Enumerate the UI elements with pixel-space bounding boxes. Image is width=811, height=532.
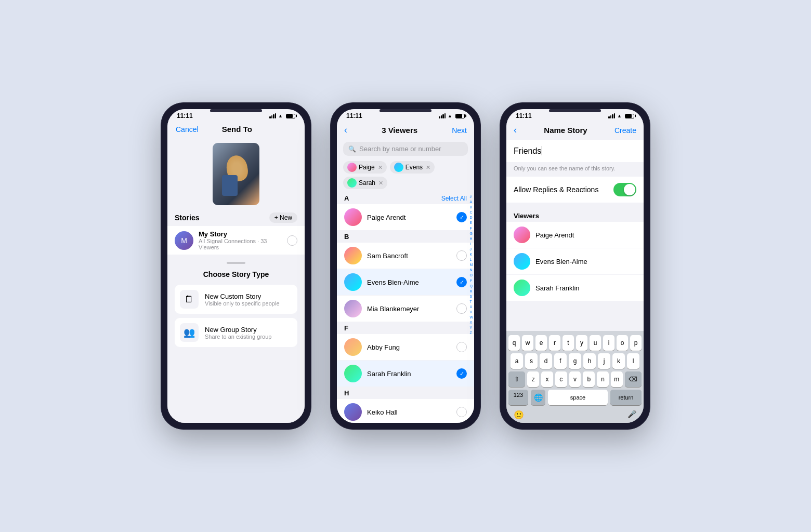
key-c[interactable]: c	[555, 371, 567, 387]
key-w[interactable]: w	[522, 335, 533, 351]
key-t[interactable]: t	[563, 335, 574, 351]
chip-evens-remove[interactable]: ✕	[426, 164, 430, 171]
group-story-text: New Group Story Share to an existing gro…	[205, 326, 271, 340]
key-e[interactable]: e	[535, 335, 547, 351]
allow-replies-row[interactable]: Allow Replies & Reactions	[506, 177, 644, 203]
my-story-radio[interactable]	[287, 235, 297, 246]
phone-1: 11:11 ▲ Cancel Send To	[161, 102, 311, 430]
evens-check[interactable]: ✓	[456, 277, 467, 287]
back-button[interactable]: ‹	[514, 125, 517, 136]
chip-evens[interactable]: Evens ✕	[390, 161, 435, 174]
contact-row-sarahf[interactable]: Sarah Franklin ✓	[337, 361, 474, 387]
key-a[interactable]: a	[511, 353, 523, 369]
key-o[interactable]: o	[617, 335, 628, 351]
wifi-icon: ▲	[278, 113, 283, 118]
keiko-avatar	[344, 403, 362, 421]
key-f[interactable]: f	[554, 353, 567, 369]
contact-row-mia[interactable]: Mia Blankemeyer	[337, 296, 474, 322]
new-story-button[interactable]: + New	[269, 212, 297, 223]
sam-check[interactable]	[456, 250, 467, 261]
key-z[interactable]: z	[527, 371, 539, 387]
keiko-check[interactable]	[456, 407, 467, 417]
key-k[interactable]: k	[612, 353, 625, 369]
cancel-button[interactable]: Cancel	[176, 125, 199, 134]
sarahf-check[interactable]: ✓	[456, 368, 467, 379]
numbers-key[interactable]: 123	[508, 390, 528, 405]
name-input[interactable]: Friends	[514, 146, 636, 156]
key-l[interactable]: l	[627, 353, 639, 369]
key-h[interactable]: h	[583, 353, 596, 369]
signal-bars-icon	[269, 113, 276, 118]
key-u[interactable]: u	[590, 335, 601, 351]
phone-1-notch	[210, 109, 262, 112]
custom-story-title: New Custom Story	[205, 292, 280, 300]
select-all-button[interactable]: Select All	[441, 195, 467, 202]
contact-row-paige[interactable]: Paige Arendt ✓	[337, 204, 474, 231]
key-p[interactable]: p	[630, 335, 642, 351]
emoji-face-icon[interactable]: 🙂	[514, 410, 524, 420]
toggle-knob	[624, 184, 635, 195]
keyboard-row-2: a s d f g h j k l	[508, 353, 642, 369]
key-n[interactable]: n	[597, 371, 609, 387]
chip-paige[interactable]: Paige ✕	[343, 161, 387, 174]
new-group-story-option[interactable]: 👥 New Group Story Share to an existing g…	[175, 318, 297, 347]
key-x[interactable]: x	[541, 371, 553, 387]
name-input-area[interactable]: Friends	[506, 140, 644, 162]
key-g[interactable]: g	[569, 353, 581, 369]
key-d[interactable]: d	[540, 353, 552, 369]
chip-paige-remove[interactable]: ✕	[378, 164, 383, 171]
create-button[interactable]: Create	[614, 126, 636, 135]
chip-evens-avatar	[394, 163, 403, 172]
name-hint-text: Only you can see the name of this story.	[506, 162, 644, 177]
contact-row-evens[interactable]: Evens Bien-Aime ✓	[337, 269, 474, 296]
viewers-count-title: 3 Viewers	[382, 126, 417, 135]
key-b[interactable]: b	[583, 371, 595, 387]
choose-story-sheet: Choose Story Type 🗒 New Custom Story Vis…	[167, 255, 305, 423]
key-s[interactable]: s	[525, 353, 538, 369]
emoji-key[interactable]: 🌐	[531, 390, 545, 405]
stories-label: Stories	[175, 214, 199, 222]
paige-name: Paige Arendt	[367, 214, 451, 221]
group-story-icon: 👥	[180, 323, 199, 342]
abby-check[interactable]	[456, 342, 467, 352]
search-bar[interactable]: 🔍 Search by name or number	[343, 142, 468, 156]
group-story-sub: Share to an existing group	[205, 334, 271, 340]
next-button[interactable]: Next	[452, 126, 467, 135]
key-j[interactable]: j	[598, 353, 610, 369]
stories-header: Stories + New	[167, 209, 305, 226]
paige-check[interactable]: ✓	[456, 212, 467, 222]
contact-row-sam[interactable]: Sam Bancroft	[337, 243, 474, 269]
signal-bars-icon	[608, 113, 615, 118]
key-q[interactable]: q	[508, 335, 520, 351]
my-story-info: My Story All Signal Connections · 33 Vie…	[199, 230, 282, 250]
my-story-row[interactable]: M My Story All Signal Connections · 33 V…	[167, 226, 305, 255]
viewer-row-evens: Evens Bien-Aime	[506, 248, 644, 275]
chip-sarah[interactable]: Sarah ✕	[343, 177, 387, 189]
custom-story-text: New Custom Story Visible only to specifi…	[205, 292, 280, 307]
contact-row-keiko[interactable]: Keiko Hall	[337, 399, 474, 423]
shift-key[interactable]: ⇧	[508, 371, 525, 387]
contact-row-abby[interactable]: Abby Fung	[337, 334, 474, 361]
mia-name: Mia Blankemeyer	[367, 305, 451, 313]
back-button[interactable]: ‹	[344, 125, 347, 136]
sam-avatar	[344, 247, 362, 264]
delete-key[interactable]: ⌫	[625, 371, 642, 387]
key-m[interactable]: m	[611, 371, 623, 387]
key-y[interactable]: y	[576, 335, 587, 351]
space-key[interactable]: space	[548, 390, 608, 405]
keyboard: q w e r t y u i o p a s d f g h	[506, 331, 644, 423]
key-r[interactable]: r	[549, 335, 560, 351]
chip-sarah-remove[interactable]: ✕	[378, 180, 383, 187]
return-key[interactable]: return	[610, 390, 642, 405]
key-i[interactable]: i	[603, 335, 614, 351]
new-custom-story-option[interactable]: 🗒 New Custom Story Visible only to speci…	[175, 285, 297, 314]
microphone-icon[interactable]: 🎤	[627, 410, 636, 420]
alpha-index[interactable]: # A B C D E F G H I J K L M N O P	[469, 192, 473, 423]
key-v[interactable]: v	[569, 371, 581, 387]
allow-replies-toggle[interactable]	[613, 183, 636, 196]
mia-check[interactable]	[456, 303, 467, 314]
battery-icon	[286, 114, 295, 118]
story-image-area	[167, 138, 305, 209]
phone-2-status-icons: ▲	[439, 113, 465, 118]
viewer-evens-avatar	[514, 253, 530, 270]
